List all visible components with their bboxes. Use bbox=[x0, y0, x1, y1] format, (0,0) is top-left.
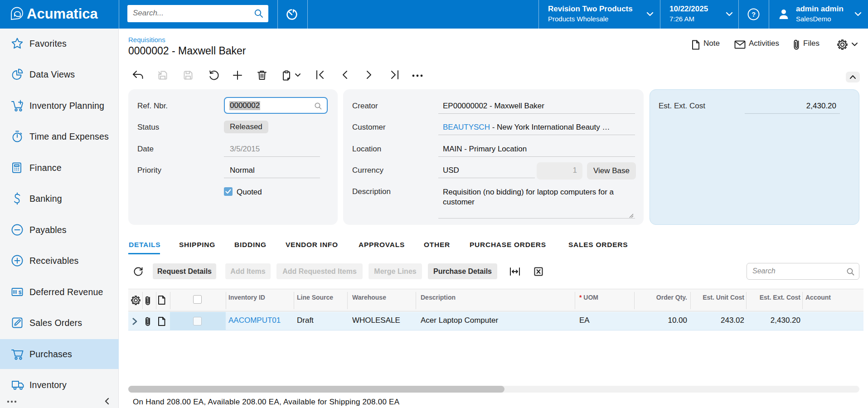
svg-text:?: ? bbox=[752, 10, 756, 18]
svg-text:$: $ bbox=[19, 290, 21, 295]
